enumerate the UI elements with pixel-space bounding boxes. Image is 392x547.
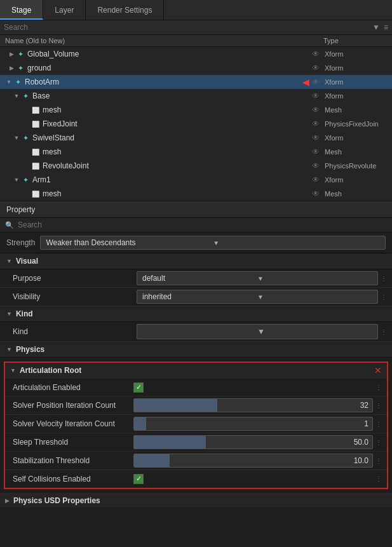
triangle-icon[interactable]: ▼ bbox=[10, 367, 16, 374]
expand-btn[interactable]: ▼ bbox=[13, 92, 20, 100]
type-label: Mesh bbox=[322, 148, 392, 156]
triangle-icon: ▼ bbox=[6, 258, 12, 264]
visibility-icon[interactable]: 👁 bbox=[309, 50, 322, 58]
tree-item-global-volume[interactable]: ▶ ✦ Global_Volume 👁 Xform bbox=[0, 47, 392, 61]
artic-enabled-label: Articulation Enabled bbox=[13, 383, 133, 392]
type-label: Xform bbox=[322, 92, 392, 100]
visibility-icon[interactable]: 👁 bbox=[309, 119, 322, 128]
item-name: SwivelStand bbox=[32, 133, 309, 142]
strength-label: Strength bbox=[6, 238, 35, 247]
visibility-icon[interactable]: 👁 bbox=[309, 161, 322, 170]
tree-item-ground[interactable]: ▶ ✦ ground 👁 Xform bbox=[0, 61, 392, 75]
menu-icon[interactable]: ≡ bbox=[384, 23, 388, 32]
visual-section-header[interactable]: ▼ Visual bbox=[0, 253, 392, 269]
artic-enabled-val: ✓ bbox=[133, 382, 373, 393]
articulation-root-header: ▼ Articulation Root ✕ bbox=[5, 363, 387, 379]
expand-btn[interactable]: ▼ bbox=[13, 134, 20, 142]
visibility-icon[interactable]: 👁 bbox=[309, 91, 322, 100]
expand-btn[interactable]: ▼ bbox=[5, 78, 13, 86]
pin-icon[interactable]: ⋮ bbox=[381, 275, 387, 282]
purpose-value: default bbox=[142, 274, 257, 283]
chevron-down-icon: ▼ bbox=[257, 327, 372, 336]
tree-header: Name (Old to New) Type bbox=[0, 35, 392, 47]
stabilization-threshold-slider[interactable]: 10.0 bbox=[133, 454, 373, 468]
tree-item-mesh3[interactable]: ▶ ⬜ mesh 👁 Mesh bbox=[0, 187, 392, 201]
xform-icon: ✦ bbox=[20, 91, 30, 101]
item-name: FixedJoint bbox=[43, 119, 309, 128]
mesh-icon: ⬜ bbox=[30, 189, 41, 199]
pin-icon[interactable]: ⋮ bbox=[375, 402, 382, 409]
kind-row: Kind ▼ ⋮ bbox=[0, 322, 392, 342]
solver-position-slider[interactable]: 32 bbox=[133, 398, 373, 412]
tree-item-arm1[interactable]: ▼ ✦ Arm1 👁 Xform bbox=[0, 173, 392, 187]
tab-layer[interactable]: Layer bbox=[43, 0, 86, 20]
joint-icon: ⬜ bbox=[30, 119, 41, 129]
self-collisions-label: Self Collisions Enabled bbox=[13, 475, 133, 483]
sleep-threshold-val: 50.0 bbox=[133, 435, 373, 449]
pin-icon[interactable]: ⋮ bbox=[381, 328, 387, 335]
pin-icon[interactable]: ⋮ bbox=[375, 475, 382, 482]
item-name: mesh bbox=[43, 147, 309, 156]
strength-dropdown[interactable]: Weaker than Descendants ▼ bbox=[40, 236, 386, 250]
filter-icon[interactable]: ▼ bbox=[372, 23, 380, 32]
physics-usd-section[interactable]: ▶ Physics USD Properties bbox=[0, 493, 392, 508]
property-header: Property bbox=[0, 201, 392, 218]
self-collisions-row: Self Collisions Enabled ✓ ⋮ bbox=[5, 470, 387, 488]
visibility-icon[interactable]: 👁 bbox=[309, 189, 322, 198]
tab-stage[interactable]: Stage bbox=[0, 0, 43, 20]
visibility-icon[interactable]: 👁 bbox=[309, 147, 322, 156]
kind-dropdown[interactable]: ▼ bbox=[137, 324, 378, 339]
section-name: Visual bbox=[16, 257, 38, 266]
pin-icon[interactable]: ⋮ bbox=[375, 384, 382, 391]
tree-item-fixedjoint[interactable]: ▶ ⬜ FixedJoint 👁 PhysicsFixedJoin bbox=[0, 117, 392, 131]
pin-icon[interactable]: ⋮ bbox=[375, 457, 382, 464]
type-label: Xform bbox=[322, 64, 392, 72]
joint-icon: ⬜ bbox=[30, 161, 41, 171]
strength-value: Weaker than Descendants bbox=[46, 238, 213, 247]
slider-number: 50.0 bbox=[354, 438, 372, 447]
section-name: Physics bbox=[16, 345, 44, 354]
purpose-dropdown[interactable]: default ▼ bbox=[137, 271, 378, 285]
tab-render-settings[interactable]: Render Settings bbox=[86, 0, 164, 20]
visibility-icon[interactable]: 👁 bbox=[309, 105, 322, 114]
visibility-icon[interactable]: 👁 bbox=[309, 175, 322, 184]
triangle-icon: ▼ bbox=[6, 346, 12, 353]
tree-item-base[interactable]: ▼ ✦ Base 👁 Xform bbox=[0, 89, 392, 103]
expand-btn[interactable]: ▼ bbox=[13, 176, 20, 184]
visibility-dropdown[interactable]: inherited ▼ bbox=[137, 290, 378, 304]
property-panel: Property 🔍 Strength Weaker than Descenda… bbox=[0, 201, 392, 508]
expand-btn[interactable]: ▶ bbox=[8, 64, 15, 72]
expand-btn[interactable]: ▶ bbox=[8, 50, 15, 58]
pin-icon[interactable]: ⋮ bbox=[375, 439, 382, 446]
solver-position-val: 32 bbox=[133, 398, 373, 412]
visibility-value-container: inherited ▼ ⋮ bbox=[137, 290, 387, 304]
tree-item-mesh2[interactable]: ▶ ⬜ mesh 👁 Mesh bbox=[0, 145, 392, 159]
tree-item-revolutejoint[interactable]: ▶ ⬜ RevoluteJoint 👁 PhysicsRevolute bbox=[0, 159, 392, 173]
sleep-threshold-slider[interactable]: 50.0 bbox=[133, 435, 373, 449]
tree-search-input[interactable] bbox=[4, 23, 372, 32]
pin-icon[interactable]: ⋮ bbox=[375, 421, 382, 428]
checkbox-enabled[interactable]: ✓ bbox=[133, 382, 144, 393]
section-name: Kind bbox=[16, 309, 33, 318]
visibility-icon[interactable]: 👁 bbox=[309, 64, 322, 72]
close-icon[interactable]: ✕ bbox=[374, 365, 382, 375]
tree-item-swivelstand[interactable]: ▼ ✦ SwivelStand 👁 Xform bbox=[0, 131, 392, 145]
visibility-icon[interactable]: 👁 bbox=[309, 133, 322, 142]
pin-icon[interactable]: ⋮ bbox=[381, 294, 387, 301]
tree-col-type: Type bbox=[311, 37, 387, 44]
sleep-threshold-row: Sleep Threshold 50.0 ⋮ bbox=[5, 433, 387, 452]
physics-section-header[interactable]: ▼ Physics bbox=[0, 342, 392, 358]
kind-section-header[interactable]: ▼ Kind bbox=[0, 306, 392, 322]
property-search-input[interactable] bbox=[18, 220, 387, 229]
tree-item-mesh1[interactable]: ▶ ⬜ mesh 👁 Mesh bbox=[0, 103, 392, 117]
item-name: RobotArm bbox=[25, 78, 300, 86]
chevron-down-icon: ▼ bbox=[213, 240, 380, 246]
xform-icon: ✦ bbox=[13, 77, 23, 87]
purpose-value-container: default ▼ ⋮ bbox=[137, 271, 387, 285]
checkbox-self-collisions[interactable]: ✓ bbox=[133, 474, 144, 484]
visibility-icon[interactable]: 👁 bbox=[309, 78, 322, 86]
visibility-label: Visibility bbox=[13, 292, 137, 301]
articulation-root-box: ▼ Articulation Root ✕ Articulation Enabl… bbox=[4, 361, 388, 489]
tree-item-robotarm[interactable]: ▼ ✦ RobotArm ◀ 👁 Xform bbox=[0, 75, 392, 89]
solver-velocity-slider[interactable]: 1 bbox=[133, 417, 373, 431]
